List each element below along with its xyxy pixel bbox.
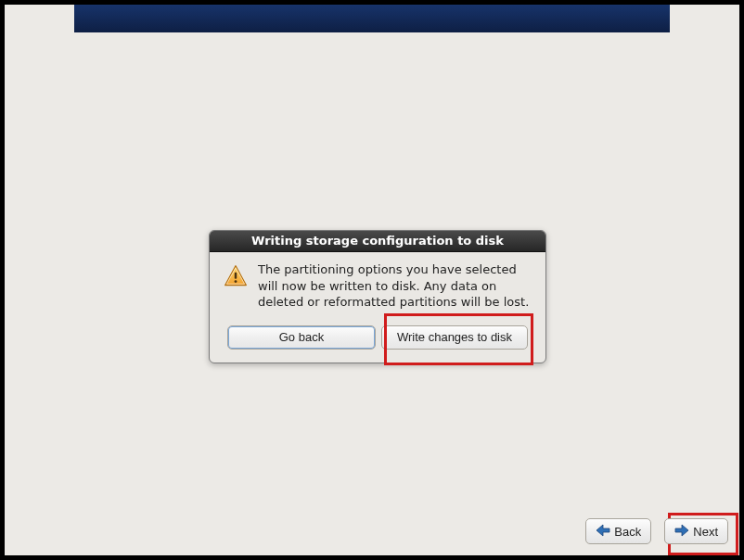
installer-background: Writing storage configuration to disk	[5, 5, 739, 555]
wizard-nav: Back Next	[585, 518, 728, 544]
dialog-message: The partitioning options you have select…	[258, 261, 532, 311]
warning-icon	[223, 263, 249, 293]
back-label: Back	[614, 525, 641, 539]
back-button[interactable]: Back	[585, 518, 651, 544]
write-changes-button[interactable]: Write changes to disk	[381, 325, 528, 350]
write-config-dialog: Writing storage configuration to disk	[209, 230, 546, 363]
svg-rect-0	[235, 273, 237, 279]
next-button[interactable]: Next	[664, 518, 728, 544]
arrow-right-icon	[674, 524, 689, 540]
go-back-button[interactable]: Go back	[227, 325, 376, 350]
arrow-left-icon	[596, 524, 610, 540]
banner-bar	[74, 5, 670, 32]
next-label: Next	[693, 525, 718, 539]
dialog-title: Writing storage configuration to disk	[210, 231, 545, 252]
dialog-body: The partitioning options you have select…	[210, 252, 545, 363]
svg-point-1	[235, 280, 237, 283]
